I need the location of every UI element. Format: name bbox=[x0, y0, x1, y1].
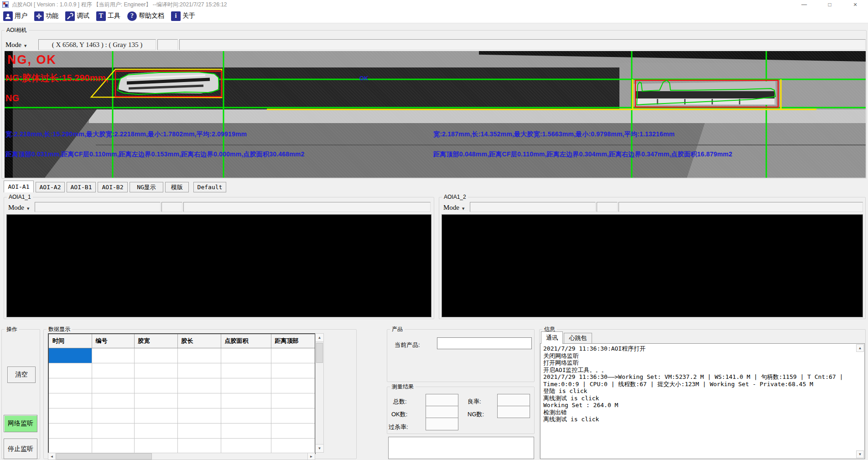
camera-image[interactable]: NG, OK NG:胶体过长:15.290mm, NG OK 宽:2.218mm… bbox=[5, 51, 866, 178]
log-line: Working Set : 264.0 M bbox=[543, 402, 862, 409]
col-header-glue-area[interactable]: 点胶面积 bbox=[221, 334, 271, 348]
chevron-down-icon bbox=[24, 41, 26, 49]
col-header-glue-length[interactable]: 胶长 bbox=[177, 334, 221, 348]
scroll-right-icon[interactable] bbox=[307, 453, 315, 460]
tab-aoi-a1[interactable]: AOI-A1 bbox=[4, 181, 34, 192]
panel1-infobox-1 bbox=[35, 202, 161, 212]
tab-aoi-b2[interactable]: AOI-B2 bbox=[98, 182, 128, 192]
toolbar-help[interactable]: ? 帮助文档 bbox=[127, 11, 164, 21]
ng-count-value-box bbox=[497, 406, 530, 418]
help-icon: ? bbox=[127, 11, 137, 21]
user-icon bbox=[3, 11, 13, 21]
panel1-image-canvas[interactable] bbox=[6, 214, 431, 317]
toolbar-help-label: 帮助文档 bbox=[139, 12, 164, 20]
toolbar-debug-label: 调试 bbox=[77, 12, 89, 20]
overkill-value-box bbox=[426, 418, 458, 430]
tab-template[interactable]: 模版 bbox=[165, 182, 189, 192]
panel1-infobox-3 bbox=[183, 202, 431, 212]
col-header-time[interactable]: 时间 bbox=[48, 334, 92, 348]
log-line: 开启AOI监控工具。。。 bbox=[543, 367, 862, 374]
memo-box bbox=[388, 437, 534, 459]
scroll-down-icon[interactable] bbox=[315, 444, 324, 453]
detection-overlay-svg bbox=[5, 51, 866, 178]
hammer-icon: T bbox=[96, 11, 106, 21]
ng-reason-text: NG:胶体过长:15.290mm, bbox=[5, 72, 109, 84]
toolbar-functions[interactable]: 功能 bbox=[34, 11, 58, 21]
log-scroll-up-icon[interactable] bbox=[856, 344, 864, 352]
panel2-infobox-3 bbox=[619, 202, 863, 212]
chevron-down-icon bbox=[462, 204, 464, 212]
clear-button[interactable]: 清空 bbox=[7, 367, 36, 383]
panel2-mode-dropdown[interactable]: Mode bbox=[443, 202, 464, 213]
tab-comm[interactable]: 通讯 bbox=[541, 331, 563, 344]
window-title: 点胶AOI [ Version : 1.0.0.9 ] 程序 【当前用户: En… bbox=[12, 1, 227, 9]
scroll-left-icon[interactable] bbox=[48, 453, 56, 460]
comm-log[interactable]: 2021/7/29 11:36:30:AOI程序打开 关闭网络监听 打开网络监听… bbox=[540, 343, 865, 459]
panel-aoia1-1-label: AOIA1_1 bbox=[7, 194, 33, 201]
overkill-label: 过杀率: bbox=[389, 423, 408, 431]
close-icon[interactable]: × bbox=[842, 0, 868, 9]
col-header-glue-width[interactable]: 胶宽 bbox=[134, 334, 177, 348]
data-display-group-label: 数据显示 bbox=[47, 326, 72, 333]
log-line: 登陆 is click bbox=[543, 388, 862, 395]
wrench-icon bbox=[65, 11, 75, 21]
camera-group-label: AOI相机 bbox=[5, 27, 29, 34]
about-icon: i bbox=[171, 11, 181, 21]
toolbar-tools-label: 工具 bbox=[108, 12, 120, 20]
total-label: 总数: bbox=[393, 398, 407, 406]
panel2-infobox-2 bbox=[597, 202, 618, 212]
selected-cell[interactable] bbox=[48, 348, 92, 363]
log-line: 关闭网络监听 bbox=[543, 352, 862, 360]
toolbar-debug[interactable]: 调试 bbox=[65, 11, 89, 21]
result-text: NG, OK bbox=[7, 53, 57, 67]
chevron-down-icon bbox=[27, 204, 29, 212]
table-hscroll-thumb[interactable] bbox=[56, 453, 152, 460]
toolbar-about-label: 关于 bbox=[182, 12, 195, 20]
ok-count-label: OK数: bbox=[391, 410, 407, 419]
log-line: 2021/7/29 11:36:30——>Working Set: VM:523… bbox=[543, 373, 862, 381]
panel2-infobox-1 bbox=[470, 202, 596, 212]
stop-listen-button[interactable]: 停止监听 bbox=[4, 439, 37, 459]
data-table: 时间 编号 胶宽 胶长 点胶面积 距离顶部 bbox=[48, 333, 316, 454]
title-bar: 点胶AOI [ Version : 1.0.0.9 ] 程序 【当前用户: En… bbox=[0, 0, 868, 9]
toolbar-user[interactable]: 用户 bbox=[3, 11, 27, 21]
table-row bbox=[48, 439, 315, 454]
table-row bbox=[48, 378, 315, 393]
panel2-image-canvas[interactable] bbox=[442, 214, 863, 317]
table-row bbox=[48, 348, 315, 363]
current-product-label: 当前产品: bbox=[395, 341, 420, 349]
tab-aoi-b1[interactable]: AOI-B1 bbox=[67, 182, 96, 192]
gear-icon bbox=[34, 11, 44, 21]
log-line: 2021/7/29 11:36:30:AOI程序打开 bbox=[543, 345, 862, 352]
table-vscroll-thumb[interactable] bbox=[316, 343, 323, 363]
table-row bbox=[48, 424, 315, 439]
panel1-mode-dropdown[interactable]: Mode bbox=[8, 202, 29, 213]
ok-label-text: OK bbox=[359, 75, 369, 82]
minimize-icon[interactable]: — bbox=[791, 0, 817, 9]
tab-default[interactable]: Default bbox=[193, 182, 226, 192]
current-product-input[interactable] bbox=[437, 337, 532, 349]
window-controls: — □ × bbox=[791, 0, 868, 9]
ng-count-label: NG数: bbox=[468, 410, 484, 419]
ng-label-text: NG bbox=[5, 93, 19, 103]
right-measure-line2: 距离顶部0.048mm,距离CF层0.110mm,距离左边界0.304mm,距离… bbox=[433, 150, 732, 159]
toolbar-user-label: 用户 bbox=[15, 12, 27, 20]
app-window: 点胶AOI [ Version : 1.0.0.9 ] 程序 【当前用户: En… bbox=[0, 0, 868, 460]
toolbar-tools[interactable]: T 工具 bbox=[96, 11, 120, 21]
scroll-up-icon[interactable] bbox=[315, 333, 324, 342]
toolbar-functions-label: 功能 bbox=[46, 12, 58, 20]
col-header-distance-top[interactable]: 距离顶部 bbox=[271, 334, 315, 348]
tab-heartbeat[interactable]: 心跳包 bbox=[564, 333, 592, 344]
results-group-label: 测量结果 bbox=[390, 383, 416, 390]
log-line: 离线测试 is click bbox=[543, 395, 862, 402]
camera-coordinates: ( X 6568, Y 1463 ) : ( Gray 135 ) bbox=[38, 39, 156, 50]
toolbar-about[interactable]: i 关于 bbox=[171, 11, 195, 21]
network-listen-button[interactable]: 网络监听 bbox=[4, 415, 37, 432]
camera-mode-dropdown[interactable]: Mode bbox=[5, 39, 26, 50]
log-line: 检测出错 bbox=[543, 409, 862, 416]
col-header-id[interactable]: 编号 bbox=[92, 334, 134, 348]
maximize-icon[interactable]: □ bbox=[817, 0, 842, 9]
tab-aoi-a2[interactable]: AOI-A2 bbox=[36, 182, 65, 192]
log-scroll-down-icon[interactable] bbox=[856, 450, 864, 458]
tab-ng-display[interactable]: NG显示 bbox=[130, 182, 163, 192]
